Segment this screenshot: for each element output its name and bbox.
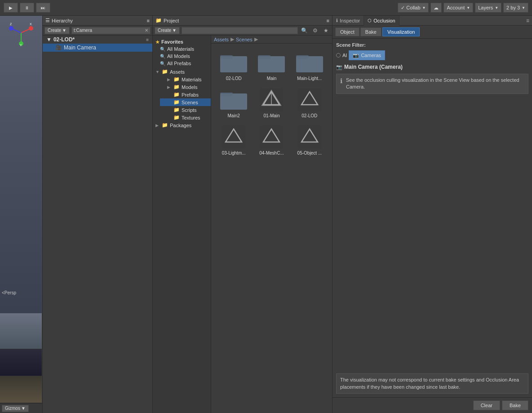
hierarchy-search-box[interactable]: t:Camera ✕: [71, 27, 151, 34]
packages-folder-icon: 📁: [162, 122, 168, 128]
file-04-meshc[interactable]: 04-MeshC...: [254, 124, 288, 157]
filter-cameras-button[interactable]: 📷 Cameras: [349, 50, 385, 60]
cloud-icon: ☁: [434, 5, 439, 11]
01-main-unity-icon: [257, 88, 286, 111]
tree-materials[interactable]: ▶ 📁 Materials: [160, 75, 211, 83]
step-button[interactable]: ⏭: [36, 3, 50, 13]
file-01-main[interactable]: 01-Main: [254, 86, 288, 120]
axis-gizmo: X Z Y: [8, 19, 35, 46]
hierarchy-item-label: Main Camera: [64, 44, 96, 51]
account-dropdown[interactable]: Account ▼: [443, 3, 473, 13]
hierarchy-item-main-camera[interactable]: 🎥 Main Camera: [43, 44, 152, 52]
assets-tree-root[interactable]: ▼ 📁 Assets: [153, 68, 211, 75]
tab-inspector[interactable]: ℹ Inspector: [332, 16, 364, 26]
tab-occlusion[interactable]: ⬡ Occlusion: [364, 16, 399, 26]
project-filter-btn[interactable]: ⚙: [310, 27, 319, 34]
layers-dropdown[interactable]: Layers ▼: [475, 3, 501, 13]
breadcrumb-scenes[interactable]: Scenes: [236, 37, 253, 42]
scene-filter-label: Scene Filter:: [336, 42, 366, 48]
models-folder-icon: 📁: [173, 84, 180, 90]
breadcrumb: Assets ▶ Scenes ▶: [211, 36, 332, 44]
scene-view-panel: X Z Y <Persp Gizmos ▼: [0, 16, 43, 413]
star-icon: ★: [155, 40, 160, 44]
04-meshc-unity-icon: [257, 125, 286, 149]
scene-filter-section: Scene Filter: AI 📷 Cameras: [336, 42, 528, 60]
pause-button[interactable]: ⏸: [20, 3, 34, 13]
hierarchy-icon: ☰: [45, 18, 50, 23]
bake-button[interactable]: Bake: [502, 400, 528, 410]
project-create-button[interactable]: Create ▼: [155, 27, 180, 34]
subtabs-bar: Object Bake Visualization: [332, 26, 532, 39]
occlusion-tab-label: Occlusion: [373, 18, 395, 23]
breadcrumb-sep1: ▶: [231, 36, 234, 42]
materials-folder-icon: 📁: [173, 76, 180, 82]
collab-dropdown[interactable]: ✓ Collab ▼: [398, 3, 429, 13]
materials-label: Materials: [182, 77, 202, 82]
hierarchy-scene-node[interactable]: ▼ 02-LOD* ≡: [43, 36, 152, 44]
fav-models-label: All Models: [167, 53, 190, 59]
svg-point-5: [9, 26, 13, 31]
file-02-lod-unity[interactable]: 02-LOD: [293, 86, 327, 120]
models-label: Models: [182, 84, 197, 90]
account-arrow: ▼: [466, 6, 470, 10]
subtab-object[interactable]: Object: [335, 27, 359, 36]
assets-folder-icon: 📁: [162, 69, 168, 75]
info-box: ℹ See the occlusion culling visualizatio…: [336, 74, 528, 94]
textures-label: Textures: [182, 115, 200, 120]
project-star-btn[interactable]: ★: [321, 27, 330, 34]
file-main2-folder[interactable]: Main2: [217, 86, 251, 120]
packages-tree-root[interactable]: ▶ 📁 Packages: [153, 121, 211, 129]
fav-all-materials[interactable]: 🔍 All Materials: [153, 45, 211, 53]
project-menu-btn[interactable]: ≡: [327, 18, 329, 23]
file-03-lightm[interactable]: 03-Lightm...: [217, 124, 251, 157]
project-content: ★ Favorites 🔍 All Materials 🔍 All Models…: [153, 36, 332, 413]
project-panel: 📁 Project ≡ Create ▼ 🔍 ⚙ ★ ★ Favorites: [153, 16, 332, 413]
tree-scripts[interactable]: 📁 Scripts: [160, 106, 211, 114]
project-search-input[interactable]: [182, 27, 298, 34]
tree-models[interactable]: ▶ 📁 Models: [160, 83, 211, 91]
svg-point-3: [29, 26, 33, 31]
file-main-light-folder[interactable]: Main-Light...: [293, 49, 327, 83]
main-layout: X Z Y <Persp Gizmos ▼ ☰ Hierarchy ≡: [0, 16, 532, 413]
tabs-menu-button[interactable]: ≡: [523, 18, 532, 24]
tree-textures[interactable]: 📁 Textures: [160, 114, 211, 121]
subtab-visualization[interactable]: Visualization: [382, 27, 420, 36]
03-lightm-unity-icon: [219, 125, 248, 149]
breadcrumb-assets[interactable]: Assets: [214, 37, 229, 42]
scripts-label: Scripts: [182, 107, 197, 113]
gizmos-button[interactable]: Gizmos ▼: [2, 405, 29, 412]
hierarchy-search-clear[interactable]: ✕: [145, 28, 148, 33]
hierarchy-options-icon: ≡: [146, 37, 149, 42]
favorites-header[interactable]: ★ Favorites: [153, 38, 211, 45]
project-search-icon-btn[interactable]: 🔍: [300, 27, 309, 34]
bottom-bar: Gizmos ▼: [0, 403, 42, 413]
main-folder-label: Main: [267, 76, 277, 81]
fav-all-models[interactable]: 🔍 All Models: [153, 53, 211, 60]
file-main-folder[interactable]: Main: [254, 49, 288, 83]
svg-rect-11: [220, 56, 247, 72]
svg-text:X: X: [30, 22, 32, 26]
cloud-button[interactable]: ☁: [430, 3, 442, 13]
scene-thumbnails: [0, 313, 42, 403]
subtab-bake[interactable]: Bake: [360, 27, 381, 36]
filter-all-radio[interactable]: AI: [336, 53, 347, 58]
scene-expand-icon: ▼: [46, 36, 52, 43]
filter-all-radio-circle: [336, 53, 341, 58]
filter-all-label: AI: [342, 53, 347, 58]
file-02-lod-folder[interactable]: 02-LOD: [217, 49, 251, 83]
file-05-object[interactable]: 05-Object ...: [293, 124, 327, 157]
main2-folder-label: Main2: [228, 113, 240, 118]
hierarchy-create-button[interactable]: Create ▼: [44, 27, 70, 34]
fav-all-prefabs[interactable]: 🔍 All Prefabs: [153, 60, 211, 67]
layout-dropdown[interactable]: 2 by 3 ▼: [503, 3, 528, 13]
bottom-buttons: Clear Bake: [332, 397, 532, 413]
hierarchy-menu-btn[interactable]: ≡: [147, 18, 150, 23]
scene-canvas[interactable]: X Z Y <Persp: [0, 16, 42, 313]
clear-button[interactable]: Clear: [473, 400, 500, 410]
05-object-unity-icon: [295, 125, 324, 149]
right-panel: ℹ Inspector ⬡ Occlusion ≡ Object Bake Vi…: [332, 16, 532, 413]
tree-scenes[interactable]: 📁 Scenes: [160, 98, 211, 106]
play-button[interactable]: ▶: [4, 3, 18, 13]
02-lod-unity-icon: [295, 88, 324, 111]
tree-prefabs[interactable]: 📁 Prefabs: [160, 91, 211, 98]
